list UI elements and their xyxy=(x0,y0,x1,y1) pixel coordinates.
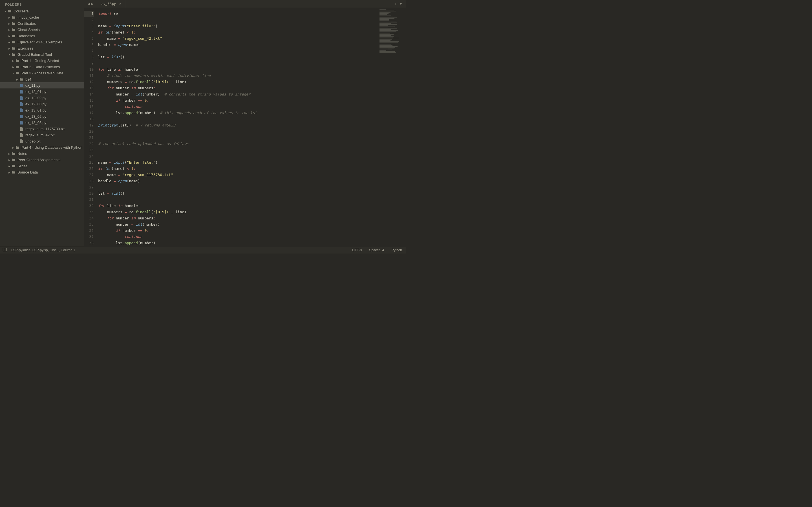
folder-row[interactable]: Coursera xyxy=(0,8,84,14)
disclosure-icon[interactable] xyxy=(8,47,11,50)
code-line[interactable]: handle = open(name) xyxy=(98,42,379,48)
file-row[interactable]: ex_11.py xyxy=(0,82,84,89)
disclosure-icon[interactable] xyxy=(12,71,15,75)
code-line[interactable] xyxy=(98,196,379,203)
file-row[interactable]: ex_13_03.py xyxy=(0,119,84,126)
code-line[interactable]: continue xyxy=(98,104,379,110)
disclosure-icon[interactable] xyxy=(8,22,11,25)
file-row[interactable]: ex_13_02.py xyxy=(0,113,84,119)
code-line[interactable]: name = input("Enter file:") xyxy=(98,159,379,166)
code-line[interactable] xyxy=(98,116,379,122)
code-line[interactable]: continue xyxy=(98,234,379,240)
code-line[interactable]: number = int(number) xyxy=(98,221,379,228)
file-row[interactable]: urlgeo.txt xyxy=(0,138,84,144)
tab-active[interactable]: ex_11.py × xyxy=(97,0,126,8)
disclosure-icon[interactable] xyxy=(12,146,15,149)
disclosure-icon[interactable] xyxy=(8,53,11,56)
code-line[interactable]: name = "regex_sum_42.txt" xyxy=(98,36,379,42)
editor[interactable]: 1234567891011121314151617181920212223242… xyxy=(84,8,406,246)
disclosure-icon[interactable] xyxy=(8,28,11,31)
code-line[interactable]: for number in numbers: xyxy=(98,85,379,91)
folder-row[interactable]: Part 4 - Using Databases with Python xyxy=(0,144,84,151)
status-language[interactable]: Python xyxy=(392,248,402,252)
folder-row[interactable]: Peer-Graded Assignments xyxy=(0,157,84,163)
file-label: ex_13_02.py xyxy=(26,114,46,119)
folder-row[interactable]: Slides xyxy=(0,163,84,169)
code-line[interactable]: for line in handle: xyxy=(98,203,379,209)
folder-row[interactable]: Graded External Tool xyxy=(0,51,84,57)
folder-row[interactable]: Part 1 - Getting Started xyxy=(0,57,84,64)
code-line[interactable]: number = int(number) # converts the stri… xyxy=(98,91,379,98)
disclosure-icon[interactable] xyxy=(16,78,18,81)
status-encoding[interactable]: UTF-8 xyxy=(352,248,362,252)
code-line[interactable] xyxy=(98,48,379,54)
disclosure-icon[interactable] xyxy=(8,171,11,174)
folder-row[interactable]: Equivalent PY4E Examples xyxy=(0,39,84,45)
file-row[interactable]: ex_13_01.py xyxy=(0,107,84,113)
code-area[interactable]: import re name = input("Enter file:")if … xyxy=(96,8,379,246)
file-row[interactable]: ex_12_01.py xyxy=(0,89,84,95)
code-line[interactable]: import re xyxy=(98,11,379,17)
disclosure-icon[interactable] xyxy=(4,10,7,13)
code-line[interactable]: if number == 0: xyxy=(98,228,379,234)
disclosure-icon[interactable] xyxy=(8,158,11,161)
code-line[interactable]: print(sum(lst)) # ? returns 445833 xyxy=(98,122,379,128)
minimap[interactable] xyxy=(379,8,406,246)
disclosure-icon[interactable] xyxy=(8,41,11,44)
folder-row[interactable]: Databases xyxy=(0,33,84,39)
nav-forward-icon[interactable]: ▶ xyxy=(91,2,94,6)
status-indent[interactable]: Spaces: 4 xyxy=(369,248,384,252)
file-row[interactable]: regex_sum_1175730.txt xyxy=(0,126,84,132)
file-row[interactable]: ex_12_02.py xyxy=(0,95,84,101)
code-line[interactable] xyxy=(98,60,379,66)
folder-row[interactable]: Part 2 - Data Structures xyxy=(0,64,84,70)
folder-row[interactable]: Source Data xyxy=(0,169,84,175)
code-line[interactable] xyxy=(98,184,379,190)
code-line[interactable]: handle = open(name) xyxy=(98,178,379,184)
folder-row[interactable]: Notes xyxy=(0,151,84,157)
new-tab-icon[interactable]: + xyxy=(395,2,397,6)
code-line[interactable]: lst = list() xyxy=(98,190,379,196)
folder-row[interactable]: bs4 xyxy=(0,76,84,82)
code-line[interactable]: # the actual code uploaded was as follow… xyxy=(98,141,379,147)
panel-toggle-icon[interactable] xyxy=(3,248,7,252)
code-line[interactable]: name = "regex_sum_1175730.txt" xyxy=(98,172,379,178)
file-row[interactable]: ex_12_03.py xyxy=(0,101,84,107)
tab-close-icon[interactable]: × xyxy=(119,2,121,6)
disclosure-icon[interactable] xyxy=(8,165,11,168)
code-line[interactable]: if number == 0: xyxy=(98,98,379,104)
code-line[interactable] xyxy=(98,147,379,153)
code-line[interactable]: if len(name) < 1: xyxy=(98,166,379,172)
tab-menu-icon[interactable]: ▼ xyxy=(399,2,403,6)
status-left[interactable]: LSP-pylance, LSP-pylsp, Line 1, Column 1 xyxy=(11,248,75,252)
folder-row[interactable]: Exercises xyxy=(0,45,84,51)
minimap-line xyxy=(379,13,389,14)
disclosure-icon[interactable] xyxy=(12,59,15,62)
minimap-line xyxy=(379,11,396,12)
folder-row[interactable]: Cheat Sheets xyxy=(0,26,84,33)
folder-row[interactable]: .mypy_cache xyxy=(0,14,84,20)
code-line[interactable]: lst = list() xyxy=(98,54,379,60)
code-line[interactable]: lst.append(number) xyxy=(98,240,379,246)
code-line[interactable]: for line in handle: xyxy=(98,66,379,73)
folder-row[interactable]: Certificates xyxy=(0,20,84,26)
code-line[interactable]: lst.append(number) # this appends each o… xyxy=(98,110,379,116)
folder-icon xyxy=(15,59,20,62)
code-line[interactable]: if len(name) < 1: xyxy=(98,29,379,36)
disclosure-icon[interactable] xyxy=(12,65,15,68)
nav-back-icon[interactable]: ◀ xyxy=(87,2,90,6)
disclosure-icon[interactable] xyxy=(8,34,11,38)
code-line[interactable] xyxy=(98,128,379,135)
code-line[interactable] xyxy=(98,17,379,23)
code-line[interactable] xyxy=(98,153,379,159)
disclosure-icon[interactable] xyxy=(8,152,11,155)
code-line[interactable]: for number in numbers: xyxy=(98,215,379,221)
code-line[interactable]: numbers = re.findall('[0-9]+', line) xyxy=(98,209,379,215)
folder-row[interactable]: Part 3 - Access Web Data xyxy=(0,70,84,76)
file-row[interactable]: regex_sum_42.txt xyxy=(0,132,84,138)
disclosure-icon[interactable] xyxy=(8,16,11,19)
code-line[interactable] xyxy=(98,135,379,141)
code-line[interactable]: # finds the numbers within each individu… xyxy=(98,73,379,79)
code-line[interactable]: numbers = re.findall('[0-9]+', line) xyxy=(98,79,379,85)
code-line[interactable]: name = input("Enter file:") xyxy=(98,23,379,29)
